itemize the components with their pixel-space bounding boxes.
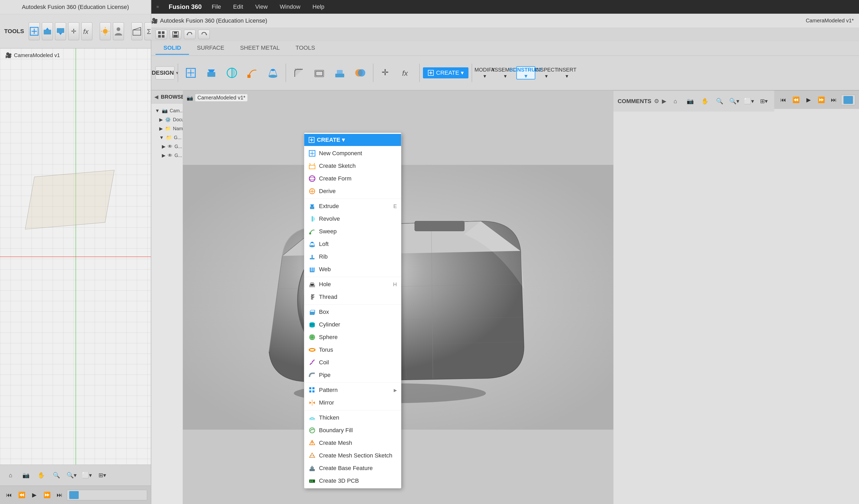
comments-settings-btn[interactable]: ⚙ xyxy=(654,98,659,105)
grid-btn[interactable] xyxy=(131,22,142,40)
left-viewport[interactable]: 🎥 CameraModeled v1 xyxy=(0,48,151,464)
menu-thread[interactable]: Thread xyxy=(304,291,401,303)
menu-edit[interactable]: Edit xyxy=(231,2,245,11)
timeline-track[interactable] xyxy=(67,490,147,500)
menu-thicken[interactable]: Thicken xyxy=(304,411,401,424)
fx-toolbar-btn[interactable]: fx xyxy=(397,61,416,85)
timeline-skip-fwd[interactable]: ⏭ xyxy=(54,490,65,500)
menu-coil[interactable]: Coil xyxy=(304,356,401,369)
menu-loft[interactable]: Loft xyxy=(304,238,401,250)
right-skip-fwd[interactable]: ⏭ xyxy=(828,95,839,105)
move-3d-toolbar-btn[interactable]: ✛ xyxy=(377,61,395,85)
right-zoom-btn[interactable]: 🔍 xyxy=(713,95,726,108)
menu-revolve[interactable]: Revolve xyxy=(304,213,401,225)
menu-pattern[interactable]: Pattern xyxy=(304,384,401,396)
menu-create-form[interactable]: Create Form xyxy=(304,172,401,185)
menu-mirror[interactable]: Mirror xyxy=(304,396,401,409)
right-pan-btn[interactable]: ✋ xyxy=(698,95,711,108)
menu-boundary-fill[interactable]: Boundary Fill xyxy=(304,424,401,437)
right-step-back[interactable]: ⏪ xyxy=(790,95,801,105)
tab-surface[interactable]: SURFACE xyxy=(189,42,232,55)
zoom-btn[interactable]: 🔍 xyxy=(50,469,63,482)
tab-sheetmetal[interactable]: SHEET METAL xyxy=(232,42,288,55)
pull-btn[interactable] xyxy=(42,22,53,40)
menu-view[interactable]: View xyxy=(253,2,270,11)
menu-new-component[interactable]: New Component xyxy=(304,147,401,160)
revolve-toolbar-btn[interactable] xyxy=(222,61,241,85)
sweep-toolbar-btn[interactable] xyxy=(243,61,262,85)
grid-apps-btn[interactable] xyxy=(155,30,167,39)
design-dropdown-btn[interactable]: DESIGN ▾ xyxy=(155,66,175,79)
menu-box[interactable]: Box xyxy=(304,306,401,318)
combine-toolbar-btn[interactable] xyxy=(351,61,370,85)
right-home-btn[interactable]: ⌂ xyxy=(669,95,682,108)
formula-btn[interactable]: fx xyxy=(81,22,92,40)
loft-toolbar-btn[interactable] xyxy=(263,61,282,85)
menu-window[interactable]: Window xyxy=(278,2,302,11)
move-btn[interactable]: ✛ xyxy=(68,22,79,40)
pan-btn[interactable]: ✋ xyxy=(35,469,47,482)
create-main-btn[interactable]: CREATE ▾ xyxy=(423,67,468,78)
tab-tools[interactable]: TOOLS xyxy=(288,42,323,55)
menu-extrude[interactable]: Extrude E xyxy=(304,200,401,213)
right-zoom-dropdown-btn[interactable]: 🔍▾ xyxy=(728,95,741,108)
menu-file[interactable]: File xyxy=(210,2,223,11)
right-timeline-track[interactable] xyxy=(841,95,855,105)
browser-collapse-btn[interactable]: ◀ xyxy=(154,94,158,100)
main-viewport[interactable]: 📷 CameraModeled v1* CREATE ▾ New Compo xyxy=(183,91,614,504)
browser-item-4[interactable]: ▶ 👁 G... xyxy=(154,142,180,151)
home-view-btn[interactable]: ⌂ xyxy=(4,469,17,482)
menu-cylinder[interactable]: Cylinder xyxy=(304,318,401,331)
timeline-play[interactable]: ▶ xyxy=(29,490,40,500)
menu-sphere[interactable]: Sphere xyxy=(304,331,401,343)
zoom-dropdown-btn[interactable]: 🔍▾ xyxy=(65,469,78,482)
right-play[interactable]: ▶ xyxy=(803,95,814,105)
timeline-step-fwd[interactable]: ⏩ xyxy=(42,490,52,500)
display-btn[interactable]: ⬜▾ xyxy=(80,469,93,482)
browser-item-2[interactable]: ▶ 📁 Name... xyxy=(154,124,180,133)
menu-help[interactable]: Help xyxy=(310,2,326,11)
extrude-toolbar-btn[interactable] xyxy=(202,61,221,85)
menu-create-sketch[interactable]: Create Sketch xyxy=(304,160,401,172)
inspect-section-btn[interactable]: INSPECT ▾ xyxy=(537,66,556,79)
redo-btn[interactable] xyxy=(198,30,210,39)
shell-toolbar-btn[interactable] xyxy=(310,61,329,85)
new-sketch-toolbar-btn[interactable] xyxy=(181,61,200,85)
browser-item-0[interactable]: ▼ 📷 Cam... xyxy=(154,106,180,115)
menu-torus[interactable]: Torus xyxy=(304,343,401,356)
browser-item-1[interactable]: ▶ ⚙️ Docu... xyxy=(154,115,180,124)
right-camera2-btn[interactable]: 📷 xyxy=(684,95,696,108)
sun-btn[interactable] xyxy=(100,22,111,40)
camera-btn[interactable]: 📷 xyxy=(19,469,32,482)
fillet-toolbar-btn[interactable] xyxy=(289,61,308,85)
right-step-fwd[interactable]: ⏩ xyxy=(816,95,826,105)
menu-derive[interactable]: Derive xyxy=(304,185,401,198)
insert-section-btn[interactable]: INSERT ▾ xyxy=(557,66,576,79)
tab-solid[interactable]: SOLID xyxy=(155,42,189,55)
right-grid-btn[interactable]: ⊞▾ xyxy=(757,95,770,108)
construct-section-btn[interactable]: CONSTRUCT ▾ xyxy=(516,66,535,79)
menu-mesh-section[interactable]: Create Mesh Section Sketch xyxy=(304,449,401,462)
grid-toggle-btn[interactable]: ⊞▾ xyxy=(96,469,108,482)
right-skip-back[interactable]: ⏮ xyxy=(778,95,788,105)
timeline-step-back[interactable]: ⏪ xyxy=(16,490,27,500)
save-btn[interactable] xyxy=(170,30,181,39)
comments-expand-btn[interactable]: ▶ xyxy=(662,98,666,105)
menu-pipe[interactable]: Pipe xyxy=(304,369,401,381)
menu-rib[interactable]: Rib xyxy=(304,250,401,263)
undo-btn[interactable] xyxy=(184,30,196,39)
right-display-btn[interactable]: ⬜▾ xyxy=(743,95,755,108)
person-btn[interactable] xyxy=(113,22,124,40)
menu-web[interactable]: Web xyxy=(304,263,401,276)
create-new-btn[interactable] xyxy=(29,22,40,40)
push-btn[interactable] xyxy=(55,22,66,40)
scale-toolbar-btn[interactable] xyxy=(330,61,349,85)
timeline-skip-back[interactable]: ⏮ xyxy=(4,490,14,500)
menu-3d-pcb[interactable]: Create 3D PCB xyxy=(304,475,401,487)
menu-hole[interactable]: Hole H xyxy=(304,278,401,291)
browser-item-3[interactable]: ▼ 📁 G... xyxy=(154,133,180,142)
browser-item-5[interactable]: ▶ 👁 G... xyxy=(154,151,180,160)
menu-sweep[interactable]: Sweep xyxy=(304,225,401,238)
menu-base-feature[interactable]: Create Base Feature xyxy=(304,462,401,475)
menu-create-mesh[interactable]: Create Mesh xyxy=(304,437,401,449)
